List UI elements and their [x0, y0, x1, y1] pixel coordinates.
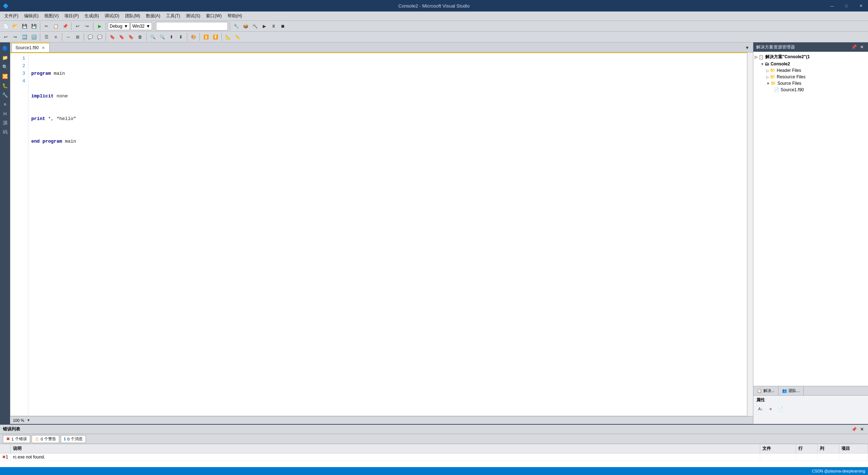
save-btn[interactable]: 💾 — [20, 22, 29, 31]
sol-tab-team[interactable]: 👥 团队... — [779, 386, 804, 395]
tb2-btn17[interactable]: ⬆ — [167, 33, 176, 41]
close-button[interactable]: ✕ — [854, 0, 868, 11]
paste-btn[interactable]: 📌 — [61, 22, 69, 31]
menu-team[interactable]: 团队(M) — [122, 12, 143, 20]
undo-btn[interactable]: ↩ — [73, 22, 82, 31]
tb2-btn2[interactable]: ↪ — [11, 33, 19, 41]
tb2-btn22[interactable]: 📐 — [224, 33, 232, 41]
tree-item-console2[interactable]: ▼ 🗂 Console2 — [753, 61, 868, 67]
tb2-btn6[interactable]: ≡ — [51, 33, 60, 41]
activity-icon5[interactable]: 🐛 — [1, 81, 9, 90]
tb2-btn19[interactable]: 🎨 — [189, 33, 198, 41]
debug-config-dropdown[interactable]: Debug ▼ — [108, 22, 130, 30]
editor-tab-source1[interactable]: Source1.f90 ✕ — [12, 43, 50, 52]
expand-arrow-source1 — [772, 88, 773, 92]
tb2-btn18[interactable]: ⬇ — [176, 33, 185, 41]
toolbar-extra6[interactable]: ⏹ — [279, 22, 287, 31]
error-panel-title: 错误列表 — [3, 426, 20, 432]
toolbar-extra5[interactable]: ⏸ — [269, 22, 278, 31]
activity-icon9[interactable]: 源 — [1, 119, 9, 127]
menu-debug[interactable]: 调试(D) — [102, 12, 122, 20]
menu-build[interactable]: 生成(B) — [82, 12, 102, 20]
tb2-btn12[interactable]: 🔖 — [117, 33, 126, 41]
code-line-2: implicit none — [31, 92, 744, 100]
copy-btn[interactable]: 📋 — [51, 22, 60, 31]
toolbar-extra2[interactable]: 📦 — [241, 22, 250, 31]
menu-help[interactable]: 帮助(H) — [225, 12, 245, 20]
tb2-btn15[interactable]: 🔍 — [148, 33, 157, 41]
tb2-btn11[interactable]: 🔖 — [108, 33, 116, 41]
tree-item-resource-files[interactable]: ▷ 📁 Resource Files — [753, 74, 868, 80]
zoom-dropdown-btn[interactable]: ▼ — [26, 418, 31, 423]
redo-btn[interactable]: ↪ — [83, 22, 91, 31]
editor-content[interactable]: 1 2 3 4 program main implicit none print… — [10, 52, 747, 416]
tb2-btn14[interactable]: 🗑 — [136, 33, 144, 41]
toolbar-extra3[interactable]: 🔨 — [251, 22, 259, 31]
tab-scroll-right[interactable]: ▼ — [743, 43, 752, 52]
error-filter-warnings[interactable]: ⚠ 0 个警告 — [32, 435, 59, 443]
editor-vertical-scrollbar[interactable] — [747, 52, 753, 416]
tb2-btn9[interactable]: 💬 — [86, 33, 95, 41]
tab-close-btn[interactable]: ✕ — [41, 46, 46, 50]
menu-data[interactable]: 数据(A) — [143, 12, 163, 20]
tb2-btn13[interactable]: 🔖 — [127, 33, 135, 41]
tb2-btn21[interactable]: ⏬ — [211, 33, 220, 41]
tb2-btn3[interactable]: 🔤 — [20, 33, 29, 41]
tb2-btn16[interactable]: 🔍 — [158, 33, 166, 41]
open-btn[interactable]: 📂 — [11, 22, 19, 31]
prop-page-btn[interactable]: 📄 — [776, 405, 785, 413]
activity-icon7[interactable]: ≡ — [1, 100, 9, 109]
sol-close-btn[interactable]: ✕ — [859, 44, 865, 50]
sol-pin-btn[interactable]: 📌 — [851, 44, 857, 50]
tree-item-source1-f90[interactable]: 📄 Source1.f90 — [753, 87, 868, 93]
cut-btn[interactable]: ✂ — [42, 22, 51, 31]
code-area[interactable]: program main implicit none print *, “hel… — [28, 53, 747, 416]
tb2-btn7[interactable]: ─ — [64, 33, 73, 41]
menu-edit[interactable]: 编辑(E) — [21, 12, 41, 20]
properties-header: 属性 — [756, 397, 865, 403]
tree-item-solution[interactable]: ▷ 📋 解决方案"Console2"(1 — [753, 53, 868, 61]
maximize-button[interactable]: □ — [839, 0, 854, 11]
menu-project[interactable]: 项目(P) — [61, 12, 82, 20]
activity-icon8[interactable]: H — [1, 109, 9, 118]
tree-item-source-files[interactable]: ▼ 📁 Source Files — [753, 80, 868, 87]
error-row-1[interactable]: ✖ 1 rc.exe not found. — [0, 453, 868, 461]
activity-icon1[interactable]: 🔵 — [1, 44, 9, 52]
sol-tab-solution[interactable]: 📋 解决... — [753, 386, 779, 395]
solution-icon: 📋 — [758, 55, 764, 60]
tb2-btn23[interactable]: 📏 — [233, 33, 242, 41]
tb2-btn20[interactable]: ⏫ — [202, 33, 210, 41]
activity-icon2[interactable]: 📁 — [1, 53, 9, 62]
new-file-btn[interactable]: 📄 — [1, 22, 10, 31]
tree-item-header-files[interactable]: ▷ 📁 Header Files — [753, 67, 868, 74]
menu-tools[interactable]: 工具(T) — [163, 12, 183, 20]
prop-cat-btn[interactable]: ≡ — [766, 405, 775, 413]
tb2-btn5[interactable]: ☰ — [42, 33, 51, 41]
activity-icon4[interactable]: 🔀 — [1, 72, 9, 80]
activity-icon3[interactable]: 🔍 — [1, 63, 9, 71]
kw-program-1: program — [31, 70, 51, 77]
save-all-btn[interactable]: 💾 — [29, 22, 38, 31]
minimize-button[interactable]: — — [825, 0, 839, 11]
tb2-btn10[interactable]: 💬 — [95, 33, 104, 41]
toolbar-extra1[interactable]: 🔧 — [232, 22, 240, 31]
menu-test[interactable]: 测试(S) — [183, 12, 203, 20]
activity-icon10[interactable]: 码 — [1, 128, 9, 137]
search-input-btn[interactable] — [156, 22, 228, 31]
error-filter-errors[interactable]: ✖ 1 个错误 — [3, 435, 30, 443]
menu-window[interactable]: 窗口(W) — [203, 12, 224, 20]
tb2-btn4[interactable]: 🔠 — [29, 33, 38, 41]
menu-view[interactable]: 视图(V) — [41, 12, 61, 20]
error-panel-close-btn[interactable]: ✕ — [859, 426, 865, 433]
tb2-btn8[interactable]: ⊞ — [73, 33, 82, 41]
error-panel-pin-btn[interactable]: 📌 — [851, 426, 857, 433]
error-filter-messages[interactable]: ℹ 0 个消息 — [61, 435, 86, 443]
tb2-btn1[interactable]: ↩ — [1, 33, 10, 41]
folder-resource-icon: 📁 — [770, 74, 775, 79]
run-btn[interactable]: ▶ — [95, 22, 104, 31]
prop-sort-btn[interactable]: A↓ — [756, 405, 765, 413]
toolbar-extra4[interactable]: ▶ — [260, 22, 268, 31]
platform-dropdown[interactable]: Win32 ▼ — [130, 22, 152, 30]
activity-icon6[interactable]: 🔧 — [1, 91, 9, 99]
menu-file[interactable]: 文件(F) — [1, 12, 21, 20]
